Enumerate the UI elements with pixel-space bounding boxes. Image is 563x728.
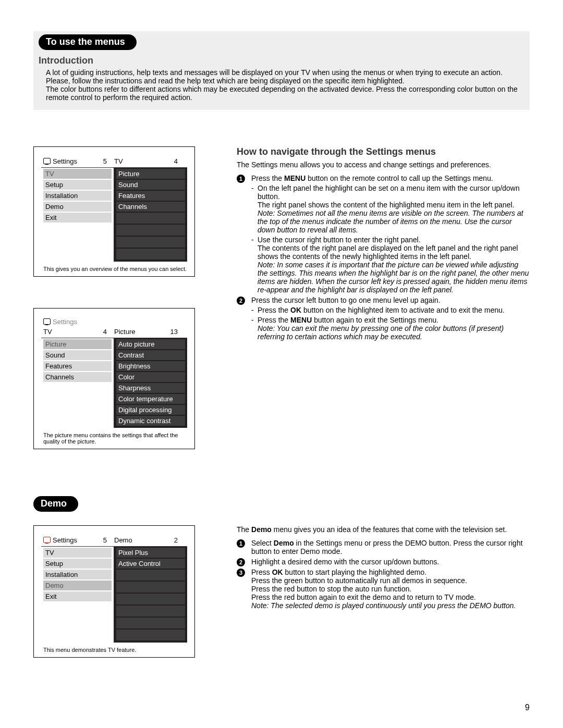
submenu-empty — [116, 630, 185, 640]
menu-item[interactable]: Installation — [43, 191, 112, 201]
submenu-item[interactable]: Picture — [116, 169, 185, 179]
submenu-empty — [116, 225, 185, 236]
menu-item[interactable]: Exit — [43, 213, 112, 223]
intro-panel: To use the menus Introduction A lot of g… — [33, 31, 530, 110]
submenu-empty — [116, 606, 185, 616]
menu-caption: The picture menu contains the settings t… — [41, 432, 187, 445]
menu-demo: Settings 5 Demo 2 TV Setup Installation … — [33, 525, 195, 658]
tv-icon — [43, 318, 51, 325]
note-text: Note: Sometimes not all the menu items a… — [258, 209, 530, 234]
menu-col-title: Picture — [114, 328, 135, 336]
tv-icon — [43, 158, 51, 164]
menu-item[interactable]: Demo — [43, 581, 112, 590]
submenu-item[interactable]: Digital processing — [116, 405, 185, 415]
submenu-empty — [116, 237, 185, 248]
submenu-empty — [116, 582, 185, 593]
demo-step-2: Highlight a desired demo with the cursor… — [237, 558, 530, 566]
submenu-empty — [116, 213, 185, 224]
menu-item[interactable]: Demo — [43, 202, 112, 212]
menu-item[interactable]: Setup — [43, 180, 112, 190]
menu-item[interactable]: Features — [43, 361, 112, 371]
step-1: Press the MENU button on the remote cont… — [237, 174, 530, 294]
intro-paragraph: The color buttons refer to different act… — [46, 85, 524, 102]
submenu-item[interactable]: Sound — [116, 180, 185, 190]
menu-col-title: TV — [43, 328, 52, 336]
note-text: Note: In some cases it is important that… — [258, 261, 530, 294]
submenu-item[interactable]: Brightness — [116, 361, 185, 371]
section-pill-menus: To use the menus — [39, 34, 137, 50]
menu-item[interactable]: Exit — [43, 591, 112, 601]
step-2-sub: Press the MENU button again to exit the … — [251, 316, 530, 324]
menu-col-count: 4 — [103, 328, 107, 336]
step-1-sub: Use the cursor right button to enter the… — [251, 236, 530, 294]
menu-col-count: 13 — [170, 328, 178, 336]
submenu-empty — [116, 594, 185, 604]
menu-breadcrumb: Settings — [53, 318, 77, 326]
submenu-item[interactable]: Auto picture — [116, 339, 185, 349]
menu-item[interactable]: Installation — [43, 570, 112, 579]
menu-col-count: 5 — [103, 536, 107, 544]
menu-col-title: Settings — [53, 157, 77, 165]
menu-col-count: 2 — [174, 536, 178, 544]
demo-lead: The Demo menu gives you an idea of the f… — [237, 525, 530, 534]
menu-caption: This menu demonstrates TV feature. — [41, 647, 187, 653]
menu-item[interactable]: TV — [43, 169, 112, 179]
menu-settings-tv: Settings 5 TV 4 TV Setup Installation De… — [33, 146, 195, 277]
demo-step-3: Press OK button to start playing the hig… — [237, 568, 530, 610]
submenu-item[interactable]: Dynamic contrast — [116, 416, 185, 426]
howto-heading: How to navigate through the Settings men… — [237, 146, 530, 157]
menu-caption: This gives you an overview of the menus … — [41, 266, 187, 272]
submenu-item[interactable]: Active Control — [116, 559, 185, 569]
submenu-item[interactable]: Color — [116, 372, 185, 382]
submenu-item[interactable]: Contrast — [116, 350, 185, 360]
menu-col-title: Demo — [114, 536, 132, 544]
step-2-sub: Press the OK button on the highlighted i… — [251, 306, 530, 314]
submenu-item[interactable]: Color temperature — [116, 394, 185, 404]
submenu-item[interactable]: Sharpness — [116, 383, 185, 393]
tv-icon — [43, 537, 51, 543]
demo-step-1: Select Demo in the Settings menu or pres… — [237, 539, 530, 556]
submenu-item[interactable]: Features — [116, 191, 185, 201]
submenu-empty — [116, 618, 185, 628]
menu-item[interactable]: Channels — [43, 372, 112, 382]
menu-col-count: 4 — [174, 157, 178, 165]
menu-col-title: Settings — [53, 536, 77, 544]
submenu-empty — [116, 570, 185, 581]
step-2: Press the cursor left button to go one m… — [237, 296, 530, 341]
menu-col-title: TV — [114, 157, 123, 165]
howto-lead: The Settings menu allows you to access a… — [237, 161, 530, 169]
note-text: Note: You can exit the menu by pressing … — [251, 324, 530, 341]
section-pill-demo: Demo — [33, 496, 78, 512]
submenu-item[interactable]: Pixel Plus — [116, 548, 185, 558]
submenu-empty — [116, 249, 185, 260]
menu-item[interactable]: Setup — [43, 559, 112, 569]
step-1-sub: On the left panel the highlight can be s… — [251, 184, 530, 234]
menu-item[interactable]: Sound — [43, 350, 112, 360]
intro-heading: Introduction — [39, 55, 524, 66]
submenu-item[interactable]: Channels — [116, 202, 185, 212]
menu-col-count: 5 — [103, 157, 107, 165]
page-number: 9 — [525, 703, 530, 710]
intro-paragraph: A lot of guiding instructions, help text… — [46, 68, 524, 85]
note-text: Note: The selected demo is played contin… — [251, 601, 530, 610]
menu-item[interactable]: TV — [43, 548, 112, 558]
menu-item[interactable]: Picture — [43, 339, 112, 349]
menu-picture: Settings TV 4 Picture 13 Picture Sound F… — [33, 308, 195, 449]
